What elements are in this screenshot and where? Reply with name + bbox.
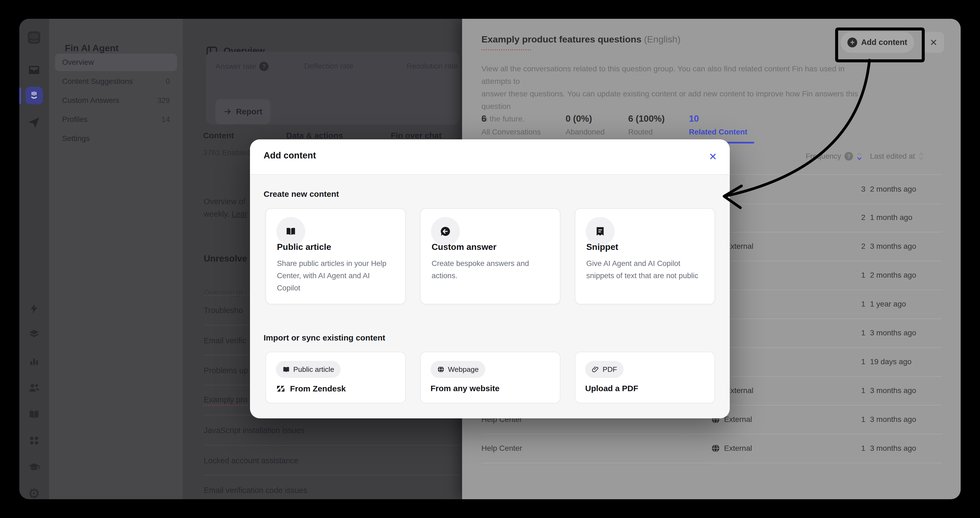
stat-all-conversations-label[interactable]: All Conversations bbox=[481, 128, 541, 137]
create-new-content-heading: Create new content bbox=[264, 189, 339, 199]
intro-line1: Overview of bbox=[204, 195, 248, 208]
metric-resolution-rate: Resolution rate bbox=[407, 62, 458, 70]
paper-plane-icon[interactable] bbox=[27, 115, 41, 130]
globe-icon bbox=[711, 444, 720, 453]
people-icon[interactable] bbox=[27, 381, 41, 395]
report-label: Report bbox=[236, 107, 262, 116]
sidebar-item-label: Settings bbox=[62, 134, 89, 143]
sidebar-item-profiles[interactable]: Profiles 14 bbox=[55, 111, 177, 128]
card-from-zendesk[interactable]: Public article From Zendesk bbox=[266, 352, 406, 404]
table-row[interactable]: Help Center External 1 3 months ago bbox=[481, 434, 942, 463]
sidebar-item-count: 14 bbox=[161, 115, 170, 124]
sidebar-item-settings[interactable]: Settings bbox=[55, 130, 177, 147]
panel-description: View all the conversations related to th… bbox=[481, 62, 863, 125]
arrow-right-icon bbox=[224, 108, 232, 116]
import-title: Upload a PDF bbox=[585, 384, 638, 393]
apps-grid-icon[interactable] bbox=[27, 433, 41, 448]
paperclip-icon bbox=[592, 365, 599, 373]
column-header-frequency[interactable]: Frequency ? bbox=[775, 149, 862, 163]
report-button[interactable]: Report bbox=[215, 99, 270, 124]
app-window: ⚙ Fin AI Agent Overview Content Suggesti… bbox=[19, 19, 961, 499]
metric-answer-rate: Answer rate ? bbox=[215, 62, 269, 71]
badge-pdf: PDF bbox=[585, 361, 624, 378]
stat-routed-label[interactable]: Routed bbox=[628, 128, 653, 137]
tab-data-actions[interactable]: Data & actions bbox=[286, 131, 343, 140]
panel-title: Examply product features questions (Engl… bbox=[481, 34, 681, 44]
card-description: Give AI Agent and AI Copilot snippets of… bbox=[586, 257, 703, 282]
learn-more-link[interactable]: Lear bbox=[232, 210, 248, 218]
sidebar-item-count: 0 bbox=[165, 77, 170, 86]
stat-routed-value: 6 (100%) bbox=[628, 113, 665, 124]
globe-icon bbox=[437, 365, 445, 373]
import-title: From any website bbox=[431, 384, 500, 393]
custom-answer-icon bbox=[431, 217, 460, 246]
stat-abandoned-label[interactable]: Abandoned bbox=[566, 128, 605, 137]
sidebar-item-count: 329 bbox=[157, 96, 170, 105]
sidebar-item-content-suggestions[interactable]: Content Suggestions 0 bbox=[55, 73, 177, 90]
card-description: Share public articles in your Help Cente… bbox=[277, 257, 394, 294]
sort-icon[interactable] bbox=[918, 152, 924, 161]
card-title: Snippet bbox=[586, 242, 618, 252]
sort-icon[interactable] bbox=[856, 152, 862, 161]
bar-chart-icon[interactable] bbox=[27, 354, 41, 368]
unresolved-heading: Unresolve bbox=[204, 253, 247, 264]
fin-ai-agent-icon[interactable] bbox=[25, 87, 43, 104]
layers-icon[interactable] bbox=[27, 327, 41, 342]
stat-abandoned-value: 0 (0%) bbox=[566, 113, 592, 124]
inbox-icon[interactable] bbox=[27, 63, 41, 77]
card-title: Custom answer bbox=[431, 242, 496, 252]
lightning-icon[interactable] bbox=[27, 302, 41, 316]
book-icon[interactable] bbox=[27, 407, 41, 421]
question-row[interactable]: JavaScript installation issues bbox=[204, 415, 460, 445]
sidebar-title: Fin AI Agent bbox=[65, 43, 119, 53]
tab-content[interactable]: Content bbox=[203, 131, 234, 140]
card-public-article[interactable]: Public article Share public articles in … bbox=[266, 208, 406, 304]
book-icon bbox=[282, 365, 290, 373]
modal-title: Add content bbox=[264, 150, 316, 160]
sidebar-item-custom-answers[interactable]: Custom Answers 329 bbox=[55, 92, 177, 109]
sidebar-item-overview[interactable]: Overview bbox=[55, 54, 177, 71]
zendesk-icon bbox=[276, 384, 286, 394]
card-description: Create bespoke answers and actions. bbox=[431, 257, 549, 282]
icon-rail: ⚙ bbox=[19, 19, 49, 499]
card-custom-answer[interactable]: Custom answer Create bespoke answers and… bbox=[420, 208, 560, 304]
book-icon bbox=[276, 217, 305, 246]
snippet-icon bbox=[586, 217, 614, 246]
card-snippet[interactable]: Snippet Give AI Agent and AI Copilot sni… bbox=[575, 208, 715, 304]
help-icon[interactable]: ? bbox=[845, 152, 853, 160]
tab-fin-over-chat[interactable]: Fin over chat bbox=[391, 131, 442, 140]
question-row[interactable]: Email verification code issues bbox=[204, 475, 460, 499]
badge-public-article: Public article bbox=[276, 361, 340, 378]
stat-all-conversations-value: 6 bbox=[481, 113, 486, 124]
sidebar-item-label: Overview bbox=[62, 58, 94, 67]
panel-title-language: (English) bbox=[644, 34, 681, 44]
graduation-cap-icon[interactable] bbox=[27, 460, 41, 474]
help-icon[interactable]: ? bbox=[259, 62, 269, 71]
sidebar-item-label: Content Suggestions bbox=[62, 77, 133, 86]
intercom-logo-icon[interactable] bbox=[27, 30, 41, 44]
overview-intro: Overview of weekly. Lear bbox=[204, 195, 248, 220]
active-rail-indicator bbox=[19, 87, 21, 104]
sidebar: Fin AI Agent Overview Content Suggestion… bbox=[49, 19, 183, 499]
gear-icon[interactable]: ⚙ bbox=[27, 486, 41, 499]
metric-deflection-rate: Deflection rate bbox=[304, 62, 353, 70]
sidebar-item-label: Profiles bbox=[62, 115, 88, 124]
spellcheck-underline bbox=[481, 49, 531, 50]
column-header-last-edited[interactable]: Last edited at bbox=[870, 149, 924, 163]
add-content-modal: Add content ✕ Create new content Public … bbox=[250, 139, 730, 418]
sidebar-item-label: Custom Answers bbox=[62, 96, 119, 105]
metrics-card: Answer rate ? Deflection rate Resolution… bbox=[206, 52, 459, 125]
stat-related-content-value: 10 bbox=[689, 113, 699, 124]
modal-header: Add content ✕ bbox=[250, 139, 730, 175]
card-from-any-website[interactable]: Webpage From any website bbox=[420, 352, 560, 404]
card-upload-pdf[interactable]: PDF Upload a PDF bbox=[575, 352, 715, 404]
intro-line2: weekly. Lear bbox=[204, 208, 248, 220]
modal-close-button[interactable]: ✕ bbox=[705, 149, 721, 164]
enabled-count: 3761 Enabled bbox=[203, 148, 250, 157]
question-row[interactable]: Locked account assistance bbox=[204, 445, 460, 475]
import-sync-heading: Import or sync existing content bbox=[264, 333, 385, 342]
tab-related-content[interactable]: Related Content bbox=[689, 128, 748, 137]
card-title: Public article bbox=[277, 242, 331, 252]
panel-close-button[interactable]: ✕ bbox=[923, 32, 944, 53]
import-title: From Zendesk bbox=[276, 384, 346, 394]
